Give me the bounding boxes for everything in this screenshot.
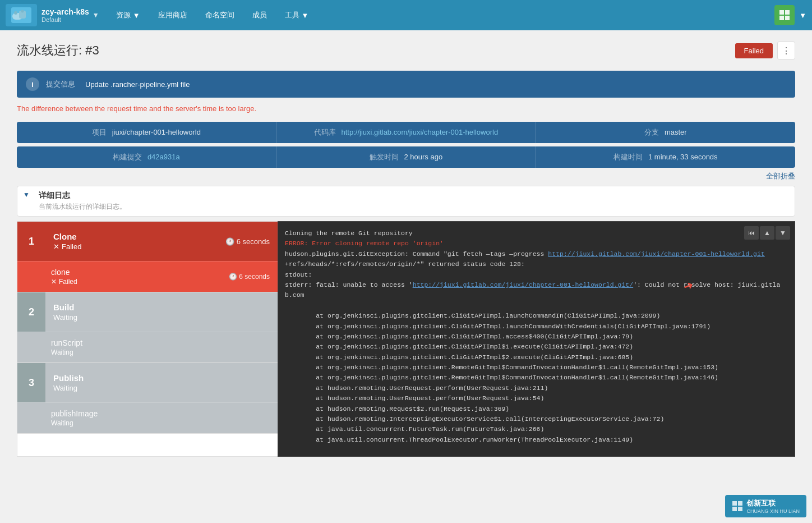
detail-section-header[interactable]: ▼ 详细日志 当前流水线运行的详细日志。 [17, 186, 795, 217]
stage-3-status: Waiting [53, 384, 270, 392]
pipeline-layout: 1 Clone ✕ Failed 🕐 6 seconds [17, 221, 795, 457]
stage-header-1: 1 Clone ✕ Failed 🕐 6 seconds [17, 222, 278, 261]
log-line-9: at org.jenkinsci.plugins.gitclient.CliGi… [285, 342, 788, 352]
collapse-all-link[interactable]: 全部折叠 [766, 172, 795, 180]
meta-row-2: 构建提交 d42a931a 触发时间 2 hours ago 构建时间 1 mi… [17, 146, 795, 168]
meta-commit-label: 构建提交 [113, 153, 142, 161]
svg-point-3 [21, 10, 24, 13]
meta-repo-link[interactable]: http://jiuxi.gitlab.com/jiuxi/chapter-00… [341, 128, 498, 136]
meta-repo: 代码库 http://jiuxi.gitlab.com/jiuxi/chapte… [276, 122, 536, 143]
log-line-16: at hudson.remoting.InterceptingExecutorS… [285, 414, 788, 424]
stage-info-3[interactable]: Publish Waiting [45, 363, 278, 402]
substage-runscript-status: Waiting [51, 348, 270, 356]
nav-brand: zcy-arch-k8s Default [41, 7, 89, 23]
nav-namespace[interactable]: 命名空间 [197, 7, 242, 24]
log-line-10: at org.jenkinsci.plugins.gitclient.CliGi… [285, 352, 788, 363]
log-link-2[interactable]: http://jiuxi.gitlab.com/jiuxi/chapter-00… [413, 281, 633, 288]
stage-info-1[interactable]: Clone ✕ Failed 🕐 6 seconds [45, 222, 278, 261]
meta-build-label: 构建时间 [613, 153, 643, 161]
nav-appstore[interactable]: 应用商店 [150, 7, 195, 24]
substage-clone[interactable]: clone ✕ Failed 🕐 6 seconds [17, 261, 278, 292]
error-text: The difference between the request time … [17, 104, 795, 113]
clock-icon-1: 🕐 [225, 237, 234, 246]
detail-arrow-icon: ▼ [23, 191, 30, 199]
page-content: 流水线运行: #3 Failed ⋮ i 提交信息 Update .ranche… [0, 30, 812, 523]
stage-header-2: 2 Build Waiting [17, 292, 278, 332]
log-line-4: stdout: [285, 270, 788, 280]
log-line-12: at org.jenkinsci.plugins.gitclient.Remot… [285, 373, 788, 383]
nav-resources[interactable]: 资源 ▼ [108, 7, 148, 24]
svg-rect-5 [785, 10, 790, 15]
log-line-5: stderr: fatal: unable to access 'http://… [285, 280, 788, 301]
log-line-14: at hudson.remoting.UserRequest.perform(U… [285, 393, 788, 403]
nav-dropdown-user[interactable]: ▼ [799, 11, 806, 20]
meta-trigger-value: 2 hours ago [404, 153, 442, 161]
collapse-row: 全部折叠 [17, 171, 795, 181]
meta-repo-label: 代码库 [314, 128, 336, 136]
stage-3-name: Publish [53, 373, 270, 383]
top-nav: zcy-arch-k8s Default ▼ 资源 ▼ 应用商店 命名空间 成员… [0, 0, 812, 30]
meta-build-value: 1 minute, 33 seconds [648, 153, 718, 161]
brand-dropdown[interactable]: ▼ [93, 11, 99, 19]
log-line-0: Cloning the remote Git repository [285, 228, 788, 238]
svg-rect-8 [732, 501, 737, 506]
log-line-6: at org.jenkinsci.plugins.gitclient.CliGi… [285, 311, 788, 321]
status-badge[interactable]: Failed [735, 43, 773, 58]
svg-rect-4 [779, 10, 784, 15]
meta-project: 项目 jiuxi/chapter-001-helloworld [17, 122, 276, 143]
stage-2-name: Build [53, 302, 270, 312]
log-line-13: at hudson.remoting.UserRequest.perform(U… [285, 383, 788, 393]
meta-branch-label: 分支 [644, 128, 659, 136]
nav-logo[interactable] [6, 4, 37, 26]
log-link-1[interactable]: http://jiuxi.gitlab.com/jiuxi/chapter-00… [548, 250, 764, 258]
user-icon[interactable] [774, 5, 795, 25]
detail-subtitle: 当前流水线运行的详细日志。 [39, 202, 126, 212]
stage-number-3: 3 [17, 363, 45, 402]
stage-info-2[interactable]: Build Waiting [45, 292, 278, 332]
log-down-button[interactable]: ▼ [776, 226, 790, 240]
log-line-blank [285, 301, 788, 311]
log-line-1: ERROR: Error cloning remote repo 'origin… [285, 238, 788, 249]
watermark-text: 创新互联 CHUANG XIN HU LIAN [746, 498, 800, 514]
log-top-button[interactable]: ⏮ [744, 226, 759, 240]
substage-publishimage[interactable]: publishImage Waiting [17, 402, 278, 433]
log-line-18: at java.util.concurrent.ThreadPoolExecut… [285, 435, 788, 445]
svg-rect-7 [785, 16, 790, 20]
log-line-7: at org.jenkinsci.plugins.gitclient.CliGi… [285, 322, 788, 332]
page-header: 流水线运行: #3 Failed ⋮ [17, 42, 795, 59]
meta-commit: 构建提交 d42a931a [17, 146, 276, 168]
meta-branch: 分支 master [536, 122, 795, 143]
info-icon: i [26, 77, 39, 91]
log-line-11: at org.jenkinsci.plugins.gitclient.Remot… [285, 363, 788, 373]
stage-group-3: 3 Publish Waiting publishImage [17, 363, 278, 434]
svg-rect-11 [738, 507, 742, 511]
detail-title: 详细日志 [39, 191, 126, 201]
nav-menu: 资源 ▼ 应用商店 命名空间 成员 工具 ▼ [108, 7, 774, 24]
substage-runscript-info: runScript Waiting [51, 338, 270, 356]
log-up-button[interactable]: ▲ [760, 226, 774, 240]
meta-branch-value: master [665, 128, 687, 136]
substage-clone-time: 🕐 6 seconds [229, 273, 270, 281]
meta-trigger: 触发时间 2 hours ago [276, 146, 536, 168]
log-panel: ⏮ ▲ ▼ Cloning the remote Git repository … [278, 221, 795, 457]
svg-rect-9 [738, 501, 742, 506]
more-menu-button[interactable]: ⋮ [777, 42, 795, 59]
watermark: 创新互联 CHUANG XIN HU LIAN [725, 495, 806, 517]
stages-panel: 1 Clone ✕ Failed 🕐 6 seconds [17, 221, 278, 457]
stage-number-2: 2 [17, 292, 45, 332]
stage-1-time: 🕐 6 seconds [225, 237, 270, 246]
brand-name: zcy-arch-k8s [41, 7, 89, 16]
log-line-15: at hudson.remoting.Request$2.run(Request… [285, 404, 788, 414]
meta-commit-value[interactable]: d42a931a [147, 153, 180, 161]
log-line-3: +refs/heads/*:refs/remotes/origin/*" ret… [285, 259, 788, 269]
nav-tools[interactable]: 工具 ▼ [277, 7, 317, 24]
stage-header-3: 3 Publish Waiting [17, 363, 278, 402]
substage-runscript[interactable]: runScript Waiting [17, 332, 278, 363]
nav-members[interactable]: 成员 [244, 7, 275, 24]
info-label: 提交信息 [46, 79, 75, 89]
substage-clone-status: ✕ Failed [51, 278, 229, 286]
detail-header-text: 详细日志 当前流水线运行的详细日志。 [39, 191, 126, 212]
log-line-8: at org.jenkinsci.plugins.gitclient.CliGi… [285, 332, 788, 342]
stage-1-status: ✕ Failed [53, 242, 225, 251]
meta-row-1: 项目 jiuxi/chapter-001-helloworld 代码库 http… [17, 122, 795, 143]
